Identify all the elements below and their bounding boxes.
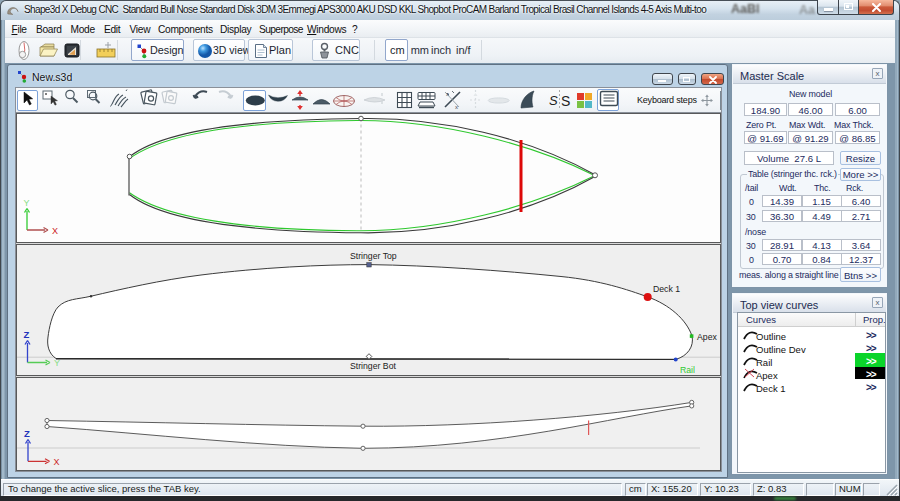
svg-text:Keyboard steps: Keyboard steps <box>637 95 697 105</box>
svg-text:Z: Z <box>24 329 30 340</box>
svg-text:Stringer Bot: Stringer Bot <box>350 361 396 371</box>
svg-text:Y: Y <box>24 198 30 208</box>
svg-text:S: S <box>549 93 558 108</box>
svg-text:x: x <box>455 104 458 110</box>
svg-text:Y: Y <box>54 358 60 368</box>
svg-text:X: X <box>52 226 58 236</box>
svg-text:Stringer Top: Stringer Top <box>350 251 397 261</box>
svg-text:Apex: Apex <box>697 332 717 342</box>
svg-text:x: x <box>446 91 449 97</box>
svg-text:Rail: Rail <box>680 365 695 375</box>
svg-text:X: X <box>54 457 60 467</box>
svg-text:Deck 1: Deck 1 <box>653 284 680 294</box>
svg-text:S: S <box>561 93 570 109</box>
svg-text:Z: Z <box>24 428 30 439</box>
